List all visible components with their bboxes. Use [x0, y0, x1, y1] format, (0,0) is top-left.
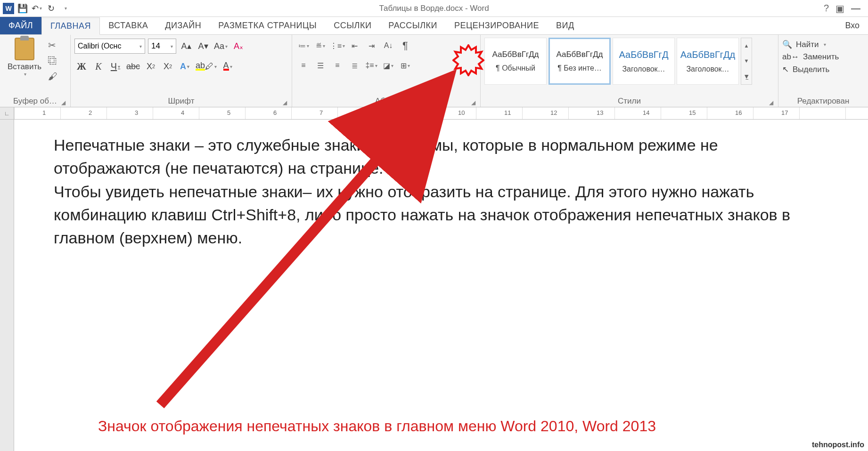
- subscript-button[interactable]: X2: [144, 59, 158, 73]
- format-painter-icon[interactable]: 🖌: [48, 71, 57, 82]
- tab-layout[interactable]: РАЗМЕТКА СТРАНИЦЫ: [210, 17, 325, 34]
- horizontal-ruler[interactable]: ∟ 1234567891011121314151617: [0, 107, 868, 120]
- document-paragraph[interactable]: Непечатные знаки – это служебные знаки п…: [54, 134, 828, 180]
- change-case-button[interactable]: Aa▾: [213, 39, 229, 53]
- bold-button[interactable]: Ж: [74, 59, 89, 73]
- login-link[interactable]: Вхо: [836, 17, 868, 34]
- clipboard-launcher-icon[interactable]: ◢: [61, 99, 66, 106]
- justify-button[interactable]: ≣: [347, 58, 362, 72]
- style-normal[interactable]: АаБбВвГгДд ¶ Обычный: [484, 38, 547, 85]
- tab-mailings[interactable]: РАССЫЛКИ: [380, 17, 446, 34]
- decrease-indent-button[interactable]: ⇤: [347, 39, 362, 53]
- italic-button[interactable]: К: [91, 59, 106, 73]
- copy-icon[interactable]: ⿻: [48, 56, 57, 66]
- superscript-button[interactable]: X2: [161, 59, 175, 73]
- tab-file[interactable]: ФАЙЛ: [0, 17, 41, 34]
- multilevel-button[interactable]: ⋮≡▾: [330, 39, 345, 53]
- bullets-button[interactable]: ≔▾: [296, 39, 311, 53]
- page[interactable]: Непечатные знаки – это служебные знаки п…: [14, 120, 868, 451]
- font-color-button[interactable]: A▾: [221, 59, 235, 73]
- select-button[interactable]: ↖Выделить: [782, 64, 864, 74]
- increase-indent-button[interactable]: ⇥: [364, 39, 379, 53]
- styles-launcher-icon[interactable]: ◢: [769, 99, 773, 106]
- ruler-tick: 11: [504, 109, 511, 116]
- style-preview: АаБбВвГгД: [619, 49, 669, 60]
- qat-customize-icon[interactable]: ▾: [58, 2, 72, 15]
- help-icon[interactable]: ?: [824, 3, 829, 14]
- text-effects-button[interactable]: A▾: [178, 59, 192, 73]
- quick-access-toolbar: W 💾 ↶▾ ↻ ▾: [0, 2, 72, 15]
- style-heading2[interactable]: АаБбВвГгДд Заголовок…: [677, 38, 739, 85]
- underline-button[interactable]: Ч▾: [108, 59, 123, 73]
- replace-icon: ab↔: [782, 52, 799, 62]
- grow-font-button[interactable]: A▴: [179, 39, 193, 53]
- ruler-tick: 1: [42, 109, 46, 116]
- binoculars-icon: 🔍: [782, 40, 792, 49]
- style-name: Заголовок…: [686, 65, 729, 73]
- font-name-combo[interactable]: Calibri (Оснс▾: [74, 39, 145, 54]
- group-label-font: Шрифт ◢: [74, 95, 288, 107]
- tab-home[interactable]: ГЛАВНАЯ: [41, 17, 100, 35]
- ruler-tick: 8: [366, 109, 369, 116]
- ruler-tick: 6: [273, 109, 277, 116]
- ribbon-options-icon[interactable]: ▣: [835, 3, 844, 14]
- scroll-up-icon[interactable]: ▲: [741, 43, 752, 48]
- tab-insert[interactable]: ВСТАВКА: [100, 17, 156, 34]
- redo-icon[interactable]: ↻: [44, 2, 57, 15]
- ruler-tick: 16: [735, 109, 742, 116]
- tab-references[interactable]: ССЫЛКИ: [325, 17, 380, 34]
- show-marks-button[interactable]: ¶: [398, 39, 413, 53]
- save-icon[interactable]: 💾: [16, 2, 29, 15]
- ruler-tick: 13: [597, 109, 603, 116]
- word-app-icon[interactable]: W: [2, 2, 15, 15]
- ruler-tick: 17: [781, 109, 788, 116]
- cut-icon[interactable]: ✂: [48, 40, 57, 51]
- styles-gallery-more[interactable]: ▲ ▼ ▼̲: [741, 38, 752, 85]
- highlight-button[interactable]: ab🖊▾: [195, 59, 218, 73]
- vertical-ruler[interactable]: [0, 120, 14, 451]
- expand-styles-icon[interactable]: ▼̲: [741, 73, 752, 80]
- find-button[interactable]: 🔍Найти▾: [782, 40, 864, 49]
- font-launcher-icon[interactable]: ◢: [283, 99, 287, 106]
- scroll-down-icon[interactable]: ▼: [741, 58, 752, 64]
- shrink-font-button[interactable]: A▾: [196, 39, 210, 53]
- align-left-button[interactable]: ≡: [296, 58, 311, 72]
- borders-button[interactable]: ⊞▾: [398, 58, 413, 72]
- replace-button[interactable]: ab↔Заменить: [782, 52, 864, 62]
- numbering-button[interactable]: ≝▾: [313, 39, 328, 53]
- paste-button[interactable]: Вставить ▾: [4, 37, 45, 77]
- tab-review[interactable]: РЕЦЕНЗИРОВАНИЕ: [446, 17, 548, 34]
- ruler-tick: 12: [550, 109, 557, 116]
- group-font: Calibri (Оснс▾ 14▾ A▴ A▾ Aa▾ Aₓ Ж К Ч▾ a…: [71, 35, 292, 107]
- annotation-caption: Значок отображения непечатных знаков в г…: [90, 413, 664, 440]
- tab-view[interactable]: ВИД: [548, 17, 583, 34]
- style-preview: АаБбВвГгДд: [680, 49, 736, 60]
- window-title: Таблицы в Ворде.docx - Word: [379, 4, 489, 13]
- style-preview: АаБбВвГгДд: [492, 50, 539, 59]
- undo-icon[interactable]: ↶▾: [30, 2, 43, 15]
- tab-design[interactable]: ДИЗАЙН: [156, 17, 210, 34]
- strikethrough-button[interactable]: abc: [125, 59, 141, 73]
- line-spacing-button[interactable]: ‡≡▾: [364, 58, 379, 72]
- sort-button[interactable]: A↓: [381, 39, 396, 53]
- font-size-combo[interactable]: 14▾: [148, 39, 176, 54]
- align-center-button[interactable]: ☰: [313, 58, 328, 72]
- clear-format-button[interactable]: Aₓ: [231, 39, 246, 53]
- minimize-icon[interactable]: —: [851, 3, 860, 14]
- ruler-tick: 15: [689, 109, 696, 116]
- paragraph-launcher-icon[interactable]: ◢: [471, 99, 475, 106]
- style-no-spacing[interactable]: АаБбВвГгДд ¶ Без инте…: [549, 38, 611, 85]
- ruler-tick: 9: [412, 109, 415, 116]
- document-paragraph[interactable]: Чтобы увидеть непечатные знаки– их нужно…: [54, 180, 828, 250]
- group-clipboard: Вставить ▾ ✂ ⿻ 🖌 Буфер об… ◢: [0, 35, 71, 107]
- ruler-corner[interactable]: ∟: [0, 107, 14, 119]
- ruler-tick: 5: [227, 109, 230, 116]
- ruler-tick: 14: [643, 109, 649, 116]
- title-bar: W 💾 ↶▾ ↻ ▾ Таблицы в Ворде.docx - Word ?…: [0, 0, 868, 17]
- shading-button[interactable]: ◪▾: [381, 58, 396, 72]
- align-right-button[interactable]: ≡: [330, 58, 345, 72]
- style-heading1[interactable]: АаБбВвГгД Заголовок…: [613, 38, 675, 85]
- ribbon-tabs: ФАЙЛ ГЛАВНАЯ ВСТАВКА ДИЗАЙН РАЗМЕТКА СТР…: [0, 17, 868, 35]
- group-label-clipboard: Буфер об… ◢: [4, 95, 66, 107]
- ruler-tick: 4: [181, 109, 184, 116]
